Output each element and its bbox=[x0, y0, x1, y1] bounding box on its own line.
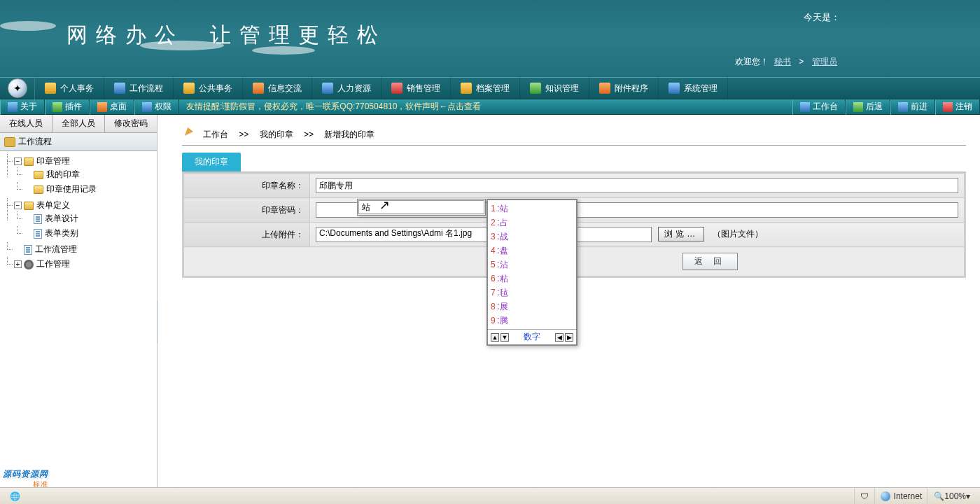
sub-plugin[interactable]: 插件 bbox=[45, 99, 90, 115]
ime-page-down[interactable]: ▼ bbox=[500, 333, 509, 342]
ime-candidate[interactable]: 5:沾 bbox=[491, 258, 573, 272]
sub-workbench[interactable]: 工作台 bbox=[792, 99, 846, 115]
sub-tip[interactable]: 友情提醒:谨防假冒，侵权必究，唯一联系QQ:770504810，软件声明←点击查… bbox=[179, 101, 792, 113]
status-zone[interactable]: Internet bbox=[874, 489, 928, 504]
ime-candidate-char: 站 bbox=[500, 204, 508, 214]
back-button[interactable]: 返 回 bbox=[682, 253, 738, 270]
ime-candidate-window[interactable]: 1:站 2:占 3:战 4:盘 5:沾 6:粘 7:毡 8:展 9:腾 ▲ ▼ … bbox=[486, 199, 578, 346]
sub-about[interactable]: 关于 bbox=[0, 99, 45, 115]
menu-label: 附件程序 bbox=[615, 83, 648, 94]
tree-toggle[interactable]: − bbox=[14, 158, 22, 165]
menu-message[interactable]: 信息交流 bbox=[243, 77, 312, 99]
crumb-root[interactable]: 工作台 bbox=[203, 130, 228, 139]
menu-hr[interactable]: 人力资源 bbox=[312, 77, 382, 99]
sub-back[interactable]: 后退 bbox=[846, 99, 890, 115]
ime-mode[interactable]: 数字 bbox=[524, 331, 540, 343]
folder-icon bbox=[34, 186, 43, 194]
menu-label: 信息交流 bbox=[268, 83, 302, 94]
sub-label: 前进 bbox=[911, 101, 927, 113]
ime-prev[interactable]: ◀ bbox=[555, 333, 564, 342]
sidebar-tabs: 在线人员 全部人员 修改密码 bbox=[0, 115, 157, 133]
tree-toggle[interactable]: − bbox=[14, 202, 22, 209]
menu-public[interactable]: 公共事务 bbox=[174, 77, 243, 99]
app-logo[interactable]: ✦ bbox=[0, 77, 35, 99]
ime-candidate[interactable]: 1:站 bbox=[491, 202, 573, 216]
back-icon bbox=[853, 102, 863, 112]
menu-sales[interactable]: 销售管理 bbox=[382, 77, 451, 99]
ime-candidate[interactable]: 3:战 bbox=[491, 230, 573, 244]
tree-toggle[interactable]: + bbox=[14, 260, 22, 268]
menu-label: 工作流程 bbox=[130, 83, 163, 94]
sidebar-tab-all[interactable]: 全部人员 bbox=[52, 115, 105, 132]
status-bar: 🌐 🛡 Internet 🔍 100% ▾ bbox=[0, 487, 980, 504]
sidebar-tab-online[interactable]: 在线人员 bbox=[0, 115, 52, 132]
workflow-icon bbox=[114, 83, 125, 94]
tree-node-my-seal[interactable]: 我的印章 bbox=[46, 169, 80, 179]
menu-attachments[interactable]: 附件程序 bbox=[589, 77, 659, 99]
status-security[interactable]: 🛡 bbox=[854, 489, 874, 504]
menu-archive[interactable]: 档案管理 bbox=[451, 77, 520, 99]
menu-label: 公共事务 bbox=[199, 83, 232, 94]
welcome-sep: > bbox=[799, 57, 804, 66]
folder-icon bbox=[24, 158, 34, 166]
menu-system[interactable]: 系统管理 bbox=[659, 77, 728, 99]
ime-next[interactable]: ▶ bbox=[565, 333, 573, 342]
attachment-icon bbox=[599, 83, 610, 94]
ime-candidate-num: 1 bbox=[491, 204, 496, 214]
ime-candidate-num: 4 bbox=[491, 246, 496, 255]
seal-name-input[interactable] bbox=[316, 178, 958, 193]
plugin-icon bbox=[52, 102, 62, 112]
ime-candidate-num: 8 bbox=[491, 302, 496, 312]
desktop-icon bbox=[97, 102, 107, 112]
logout-icon bbox=[943, 102, 953, 112]
tree-node-form-design[interactable]: 表单设计 bbox=[45, 214, 78, 223]
welcome-role-link[interactable]: 秘书 bbox=[774, 57, 791, 66]
info-icon bbox=[8, 102, 18, 112]
sub-logout[interactable]: 注销 bbox=[935, 99, 980, 115]
tree-node-form-def[interactable]: 表单定义 bbox=[36, 200, 70, 210]
name-label: 印章名称： bbox=[184, 174, 310, 198]
folder-icon bbox=[34, 171, 43, 179]
main-menu: ✦ 个人事务 工作流程 公共事务 信息交流 人力资源 销售管理 档案管理 知识管… bbox=[0, 77, 980, 99]
sub-label: 后退 bbox=[866, 101, 883, 113]
crumb-sep: >> bbox=[239, 130, 248, 139]
welcome-user-link[interactable]: 管理员 bbox=[812, 57, 837, 66]
workflow-folder-icon bbox=[4, 137, 15, 147]
ime-candidate[interactable]: 2:占 bbox=[491, 216, 573, 230]
menu-personal[interactable]: 个人事务 bbox=[35, 77, 104, 99]
page-icon bbox=[34, 229, 42, 239]
tree-node-seal-log[interactable]: 印章使用记录 bbox=[46, 184, 97, 194]
tree-node-form-category[interactable]: 表单类别 bbox=[45, 228, 78, 238]
ime-candidate[interactable]: 8:展 bbox=[491, 300, 573, 314]
ime-candidate[interactable]: 4:盘 bbox=[491, 244, 573, 258]
ime-page-up[interactable]: ▲ bbox=[491, 333, 499, 342]
ime-composition-text: 站 bbox=[358, 200, 484, 214]
attachment-path[interactable]: C:\Documents and Settings\Admi 名1.jpg bbox=[316, 227, 652, 242]
tree-node-workflow-mgmt[interactable]: 工作流管理 bbox=[35, 244, 77, 254]
breadcrumb-arrow-icon bbox=[185, 127, 195, 136]
welcome-text: 欢迎您！ 秘书 > 管理员 bbox=[735, 56, 840, 68]
sub-forward[interactable]: 前进 bbox=[890, 99, 935, 115]
menu-workflow[interactable]: 工作流程 bbox=[104, 77, 174, 99]
folder-icon bbox=[24, 202, 34, 210]
crumb-level2: 新增我的印章 bbox=[324, 130, 374, 139]
banner-title-1: 网络办公 bbox=[66, 21, 184, 50]
menu-knowledge[interactable]: 知识管理 bbox=[520, 77, 589, 99]
sub-permission[interactable]: 权限 bbox=[134, 99, 179, 115]
status-zoom[interactable]: 🔍 100% ▾ bbox=[927, 489, 976, 504]
ime-candidate[interactable]: 9:腾 bbox=[491, 314, 573, 328]
tree-node-seal-mgmt[interactable]: 印章管理 bbox=[36, 156, 70, 166]
sidebar-tab-password[interactable]: 修改密码 bbox=[105, 115, 157, 132]
page-tab-my-seal[interactable]: 我的印章 bbox=[182, 153, 241, 172]
menu-label: 销售管理 bbox=[407, 83, 440, 94]
crumb-level1[interactable]: 我的印章 bbox=[260, 130, 293, 139]
knowledge-icon bbox=[530, 83, 541, 94]
tree-node-work-mgmt[interactable]: 工作管理 bbox=[36, 259, 70, 269]
browse-button[interactable]: 浏览… bbox=[658, 227, 704, 241]
ime-candidate[interactable]: 6:粘 bbox=[491, 272, 573, 286]
sub-desktop[interactable]: 桌面 bbox=[90, 99, 134, 115]
globe-icon bbox=[881, 491, 890, 501]
ime-candidate[interactable]: 7:毡 bbox=[491, 286, 573, 300]
status-ime-indicator[interactable]: 🌐 bbox=[4, 489, 26, 504]
ime-candidate-char: 占 bbox=[500, 218, 508, 227]
